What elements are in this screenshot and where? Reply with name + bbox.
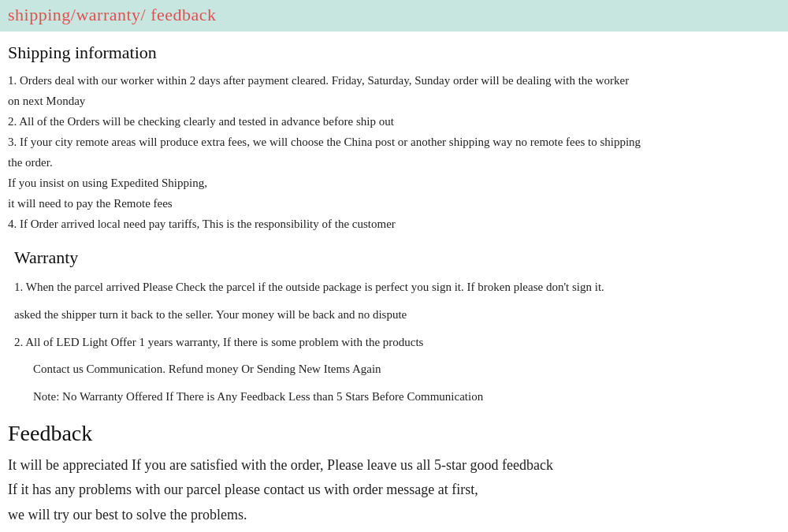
feedback-section: Feedback It will be appreciated If you a…: [8, 421, 780, 527]
shipping-item-3d: it will need to pay the Remote fees: [8, 194, 780, 213]
shipping-section: Shipping information 1. Orders deal with…: [8, 43, 780, 233]
shipping-item-1: 1. Orders deal with our worker within 2 …: [8, 71, 780, 90]
shipping-item-3a: 3. If your city remote areas will produc…: [8, 132, 780, 151]
warranty-info: 1. When the parcel arrived Please Check …: [14, 277, 780, 407]
shipping-info: 1. Orders deal with our worker within 2 …: [8, 71, 780, 233]
page-content: Shipping information 1. Orders deal with…: [0, 32, 788, 532]
feedback-line2: If it has any problems with our parcel p…: [8, 478, 780, 502]
warranty-para2-line1: 2. All of LED Light Offer 1 years warran…: [14, 333, 780, 352]
feedback-line3: we will try our best to solve the proble…: [8, 504, 780, 527]
feedback-info: It will be appreciated If you are satisf…: [8, 454, 780, 527]
shipping-item-4: 4. If Order arrived local need pay tarif…: [8, 214, 780, 233]
warranty-para2-line3: Note: No Warranty Offered If There is An…: [14, 387, 780, 407]
warranty-para2-line2: Contact us Communication. Refund money O…: [14, 359, 780, 379]
shipping-title: Shipping information: [8, 43, 780, 63]
feedback-title: Feedback: [8, 421, 780, 446]
page-header: shipping/warranty/ feedback: [0, 0, 788, 32]
feedback-line1: It will be appreciated If you are satisf…: [8, 454, 780, 478]
shipping-item-1b: on next Monday: [8, 91, 780, 110]
warranty-section: Warranty 1. When the parcel arrived Plea…: [8, 247, 780, 407]
page-title: shipping/warranty/ feedback: [8, 5, 780, 25]
shipping-item-3b: the order.: [8, 153, 780, 172]
warranty-title: Warranty: [14, 247, 780, 268]
shipping-item-2: 2. All of the Orders will be checking cl…: [8, 112, 780, 131]
shipping-item-3c: If you insist on using Expedited Shippin…: [8, 173, 780, 192]
warranty-para1-line2: asked the shipper turn it back to the se…: [14, 305, 780, 325]
warranty-para1-line1: 1. When the parcel arrived Please Check …: [14, 277, 780, 297]
